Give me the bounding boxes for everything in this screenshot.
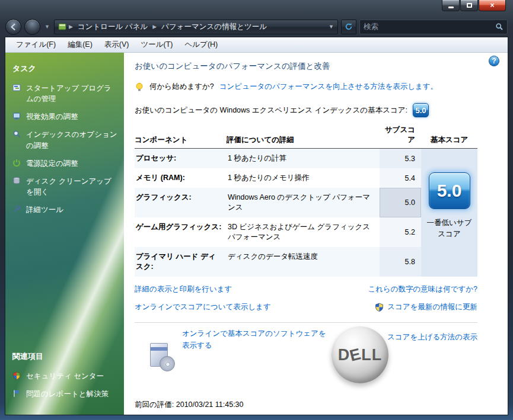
row-component: グラフィックス: <box>135 188 227 217</box>
minimize-button[interactable] <box>442 0 460 11</box>
base-score-badge: 5.0 <box>429 172 470 209</box>
help-glyph: ? <box>492 57 496 65</box>
details-print-link[interactable]: 詳細の表示と印刷を行います <box>135 284 232 294</box>
row-component: メモリ (RAM): <box>135 168 227 188</box>
maximize-button[interactable] <box>460 0 478 11</box>
sidebar: タスク スタートアップ プログラムの管理 視覚効果の調整 <box>5 53 124 415</box>
back-button[interactable] <box>5 19 21 35</box>
row-detail: Windows Aero のデスクトップ パフォーマンス <box>227 188 380 217</box>
menu-tools[interactable]: ツール(T) <box>135 37 179 52</box>
score-table: コンポーネント 評価についての詳細 サブスコア 基本スコア プロセッサ: 1 秒… <box>135 125 477 277</box>
row-detail: 3D ビジネスおよびゲーム グラフィックス パフォーマンス <box>227 217 380 247</box>
refresh-button[interactable] <box>341 20 356 34</box>
score-rows: プロセッサ: 1 秒あたりの計算 5.3 メモリ (RAM): 1 秒あたりのメ… <box>135 149 421 277</box>
row-subscore: 5.4 <box>380 168 421 188</box>
numbers-meaning-link[interactable]: これらの数字の意味は何ですか? <box>368 284 477 294</box>
arrow-right-icon <box>28 23 36 31</box>
row-subscore: 5.3 <box>380 149 421 168</box>
row-subscore: 5.0 <box>380 188 421 217</box>
row-component: プライマリ ハード ディスク: <box>135 247 227 277</box>
forward-button[interactable] <box>24 19 40 35</box>
row-detail: 1 秒あたりの計算 <box>227 149 380 168</box>
magnifier-icon <box>12 129 21 150</box>
sidebar-item-indexing-options[interactable]: インデックスのオプションの調整 <box>12 129 118 150</box>
search-box <box>359 20 508 34</box>
window-controls: × <box>441 0 506 11</box>
sidebar-item-label: ディスク クリーンアップを開く <box>26 176 118 197</box>
improve-score-link[interactable]: スコアを上げる方法の表示 <box>387 332 477 342</box>
table-row-gaming-graphics: ゲーム用グラフィックス: 3D ビジネスおよびゲーム グラフィックス パフォーマ… <box>135 217 421 247</box>
row-subscore: 5.2 <box>380 217 421 247</box>
chevron-right-icon <box>69 24 73 30</box>
breadcrumb-control-panel[interactable]: コントロール パネル <box>75 21 150 33</box>
flag-icon <box>12 389 21 399</box>
search-input[interactable] <box>364 23 493 31</box>
menu-bar: ファイル(F) 編集(E) 表示(V) ツール(T) ヘルプ(H) <box>5 37 508 53</box>
minimize-icon <box>448 7 454 8</box>
recent-pages-dropdown-icon[interactable]: ▼ <box>43 24 51 30</box>
sidebar-item-label: 詳細ツール <box>26 204 63 215</box>
sidebar-item-problem-reports[interactable]: 問題のレポートと解決策 <box>12 389 118 399</box>
row-subscore: 5.8 <box>380 247 421 277</box>
sidebar-item-advanced-tools[interactable]: 詳細ツール <box>12 204 118 215</box>
security-shield-icon <box>12 371 21 381</box>
close-button[interactable]: × <box>479 0 506 11</box>
software-box-icon <box>150 343 177 371</box>
main-panel: ? お使いのコンピュータのパフォーマンスの評価と改善 何から始めますか? コンピ… <box>124 53 508 415</box>
base-score-panel: 5.0 一番低いサブスコア <box>421 149 477 277</box>
row-detail: 1 秒あたりのメモリ操作 <box>227 168 380 188</box>
table-row-graphics: グラフィックス: Windows Aero のデスクトップ パフォーマンス 5.… <box>135 188 421 217</box>
improve-performance-link[interactable]: コンピュータのパフォーマンスを向上させる方法を表示します。 <box>219 82 438 92</box>
links-row-2: オンラインでスコアについて表示します スコアを最新の情報に更新 <box>135 302 477 312</box>
links-row-1: 詳細の表示と印刷を行います これらの数字の意味は何ですか? <box>135 284 477 294</box>
tip-question: 何から始めますか? <box>149 82 214 92</box>
base-score-caption: 一番低いサブスコア <box>423 217 476 241</box>
row-detail: ディスクのデータ転送速度 <box>227 247 380 277</box>
last-evaluation: 前回の評価: 2010/03/21 11:45:30 <box>135 400 508 410</box>
tools-icon <box>12 204 21 215</box>
header-component: コンポーネント <box>135 135 227 145</box>
sidebar-item-label: インデックスのオプションの調整 <box>26 129 118 150</box>
breadcrumb-dropdown-icon[interactable] <box>329 24 334 30</box>
sidebar-item-label: スタートアップ プログラムの管理 <box>26 83 118 104</box>
sidebar-item-label: セキュリティ センター <box>26 371 104 381</box>
menu-view[interactable]: 表示(V) <box>98 37 135 52</box>
disk-icon <box>12 176 21 197</box>
online-score-link[interactable]: オンラインでスコアについて表示します <box>135 302 271 312</box>
menu-help[interactable]: ヘルプ(H) <box>179 37 224 52</box>
refresh-score-link[interactable]: スコアを最新の情報に更新 <box>387 302 477 312</box>
help-icon[interactable]: ? <box>489 56 499 66</box>
dell-letter: L <box>372 346 383 364</box>
sidebar-item-disk-cleanup[interactable]: ディスク クリーンアップを開く <box>12 176 118 197</box>
uac-shield-icon <box>375 303 384 312</box>
sidebar-spacer <box>12 222 118 351</box>
app-window: × ▼ コントロール パネル パフォーマンスの情報とツール <box>0 0 513 420</box>
header-basescore: 基本スコア <box>421 135 477 145</box>
sidebar-item-label: 問題のレポートと解決策 <box>26 389 109 399</box>
base-score-badge-small: 5.0 <box>413 103 429 117</box>
search-icon[interactable] <box>495 23 504 31</box>
menu-edit[interactable]: 編集(E) <box>62 37 98 52</box>
online-software-link[interactable]: オンラインで基本スコアのソフトウェアを表示する <box>182 328 332 351</box>
startup-programs-icon <box>12 83 21 104</box>
breadcrumb: コントロール パネル パフォーマンスの情報とツール <box>54 20 338 34</box>
table-row-memory: メモリ (RAM): 1 秒あたりのメモリ操作 5.4 <box>135 168 421 188</box>
sidebar-item-startup-programs[interactable]: スタートアップ プログラムの管理 <box>12 83 118 104</box>
page-title: お使いのコンピュータのパフォーマンスの評価と改善 <box>135 61 508 72</box>
refresh-score-group: スコアを最新の情報に更新 <box>375 302 477 312</box>
chevron-right-icon <box>152 24 157 30</box>
header-subscore: サブスコア <box>380 125 421 145</box>
sidebar-item-label: 視覚効果の調整 <box>26 111 78 122</box>
sidebar-item-label: 電源設定の調整 <box>26 158 78 169</box>
menu-file[interactable]: ファイル(F) <box>10 37 62 52</box>
sidebar-item-power-settings[interactable]: 電源設定の調整 <box>12 158 118 169</box>
breadcrumb-current[interactable]: パフォーマンスの情報とツール <box>159 21 269 33</box>
tasks-header: タスク <box>12 63 118 74</box>
row-component: ゲーム用グラフィックス: <box>135 217 227 247</box>
sidebar-item-visual-effects[interactable]: 視覚効果の調整 <box>12 111 118 122</box>
monitor-icon <box>12 111 21 122</box>
sidebar-item-security-center[interactable]: セキュリティ センター <box>12 371 118 381</box>
dell-logo: DELL <box>332 326 388 383</box>
table-row-primary-disk: プライマリ ハード ディスク: ディスクのデータ転送速度 5.8 <box>135 247 421 277</box>
lightbulb-icon <box>135 82 144 92</box>
